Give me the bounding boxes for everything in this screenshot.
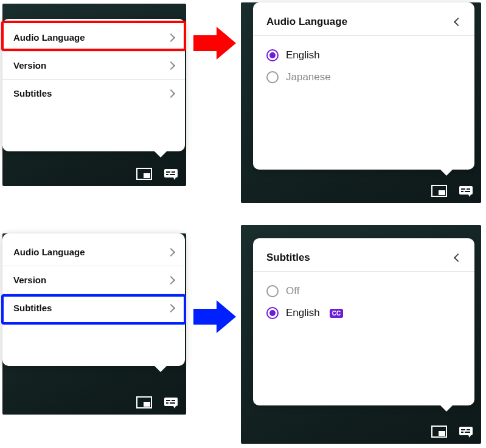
svg-rect-32 bbox=[465, 432, 470, 433]
option-label: Japanese bbox=[286, 71, 331, 83]
chevron-left-icon[interactable] bbox=[454, 253, 462, 262]
svg-marker-33 bbox=[468, 435, 471, 438]
menu-item-audio-language[interactable]: Audio Language bbox=[2, 238, 185, 266]
svg-rect-1 bbox=[144, 173, 150, 178]
menu-item-label: Version bbox=[13, 60, 46, 71]
svg-rect-2 bbox=[164, 169, 178, 177]
chevron-right-icon bbox=[167, 33, 175, 41]
subtitles-icon[interactable] bbox=[163, 168, 179, 181]
svg-rect-22 bbox=[166, 402, 168, 404]
svg-rect-4 bbox=[172, 171, 175, 173]
option-japanese[interactable]: Japanese bbox=[266, 66, 461, 88]
option-english-cc[interactable]: English CC bbox=[266, 302, 461, 324]
audio-language-popover: Audio Language English Japanese bbox=[253, 2, 474, 170]
svg-rect-11 bbox=[459, 186, 473, 195]
svg-marker-16 bbox=[468, 195, 471, 197]
player-controls bbox=[136, 396, 179, 410]
menu-item-version[interactable]: Version bbox=[2, 52, 185, 80]
svg-rect-31 bbox=[461, 432, 463, 433]
player-background-tl: Audio Language Version Subtitles bbox=[2, 4, 186, 186]
svg-marker-25 bbox=[193, 300, 236, 333]
chevron-right-icon bbox=[167, 275, 175, 284]
menu-item-audio-language[interactable]: Audio Language bbox=[2, 24, 185, 52]
svg-rect-19 bbox=[164, 398, 178, 406]
svg-rect-10 bbox=[439, 190, 445, 195]
settings-popover: Audio Language Version Subtitles bbox=[2, 19, 185, 151]
chevron-right-icon bbox=[167, 303, 175, 312]
menu-item-label: Subtitles bbox=[13, 88, 52, 98]
chevron-right-icon bbox=[167, 247, 175, 256]
menu-item-subtitles[interactable]: Subtitles bbox=[2, 80, 185, 107]
svg-rect-27 bbox=[439, 431, 445, 436]
pip-icon[interactable] bbox=[431, 426, 447, 439]
menu-item-subtitles[interactable]: Subtitles bbox=[2, 294, 185, 322]
option-label: English bbox=[286, 49, 320, 61]
settings-popover: Audio Language Version Subtitles bbox=[2, 233, 185, 366]
subtitles-icon[interactable] bbox=[458, 185, 474, 198]
detail-title: Subtitles bbox=[266, 252, 310, 264]
radio-selected-icon bbox=[266, 49, 279, 61]
svg-rect-12 bbox=[461, 188, 465, 190]
radio-unselected-icon bbox=[266, 71, 279, 83]
radio-selected-icon bbox=[266, 307, 279, 319]
cc-badge: CC bbox=[330, 309, 343, 318]
pip-icon[interactable] bbox=[136, 396, 152, 410]
pip-icon[interactable] bbox=[136, 168, 152, 181]
player-controls bbox=[431, 185, 474, 198]
menu-item-label: Version bbox=[13, 275, 46, 285]
svg-rect-30 bbox=[467, 429, 470, 430]
player-background-br: Subtitles Off English CC bbox=[241, 225, 481, 444]
player-background-tr: Audio Language English Japanese bbox=[241, 2, 481, 203]
option-label: Off bbox=[286, 285, 299, 297]
detail-header: Subtitles bbox=[253, 243, 474, 272]
chevron-right-icon bbox=[167, 89, 175, 97]
audio-language-options: English Japanese bbox=[253, 36, 474, 97]
menu-item-label: Audio Language bbox=[13, 247, 85, 257]
svg-rect-13 bbox=[467, 188, 470, 190]
svg-rect-15 bbox=[465, 191, 470, 192]
svg-rect-29 bbox=[461, 429, 465, 430]
option-label: English bbox=[286, 307, 320, 319]
svg-rect-18 bbox=[144, 402, 150, 407]
subtitles-icon[interactable] bbox=[163, 396, 179, 410]
menu-item-label: Audio Language bbox=[13, 32, 85, 43]
menu-item-label: Subtitles bbox=[13, 303, 52, 313]
player-controls bbox=[431, 426, 474, 439]
pip-icon[interactable] bbox=[431, 185, 447, 198]
menu-item-version[interactable]: Version bbox=[2, 266, 185, 294]
chevron-left-icon[interactable] bbox=[454, 18, 462, 26]
subtitles-icon[interactable] bbox=[458, 426, 474, 439]
detail-header: Audio Language bbox=[253, 7, 474, 36]
subtitles-options: Off English CC bbox=[253, 272, 474, 333]
svg-rect-20 bbox=[166, 400, 170, 401]
player-background-bl: Audio Language Version Subtitles bbox=[2, 233, 186, 415]
option-english[interactable]: English bbox=[266, 44, 461, 66]
svg-marker-7 bbox=[173, 177, 176, 180]
svg-marker-8 bbox=[193, 27, 236, 60]
svg-rect-6 bbox=[170, 174, 175, 175]
svg-rect-21 bbox=[172, 400, 175, 401]
svg-rect-3 bbox=[166, 171, 170, 173]
chevron-right-icon bbox=[167, 61, 175, 69]
radio-unselected-icon bbox=[266, 285, 279, 297]
svg-rect-5 bbox=[166, 174, 168, 175]
svg-marker-24 bbox=[173, 406, 176, 408]
player-controls bbox=[136, 168, 179, 181]
detail-title: Audio Language bbox=[266, 16, 347, 28]
svg-rect-14 bbox=[461, 191, 463, 192]
arrow-blue-icon bbox=[193, 298, 236, 336]
subtitles-popover: Subtitles Off English CC bbox=[253, 238, 474, 405]
svg-rect-23 bbox=[170, 402, 175, 404]
svg-rect-28 bbox=[459, 427, 473, 435]
option-off[interactable]: Off bbox=[266, 280, 461, 302]
arrow-red-icon bbox=[193, 24, 236, 62]
